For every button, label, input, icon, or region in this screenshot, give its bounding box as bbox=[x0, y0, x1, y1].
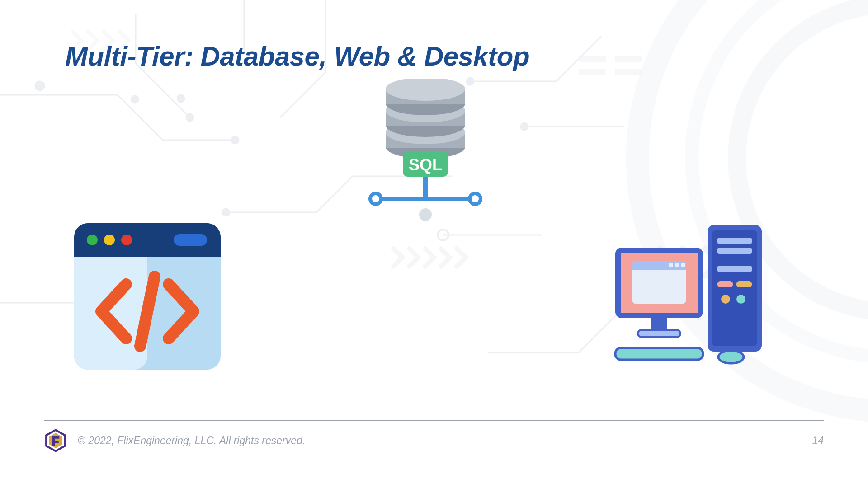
svg-point-19 bbox=[470, 193, 481, 204]
svg-rect-45 bbox=[736, 281, 752, 287]
copyright-text: © 2022, FlixEngineering, LLC. All rights… bbox=[78, 435, 305, 447]
svg-point-46 bbox=[721, 295, 730, 304]
svg-rect-42 bbox=[717, 248, 752, 254]
svg-rect-43 bbox=[717, 266, 752, 272]
svg-point-7 bbox=[222, 209, 230, 216]
svg-rect-38 bbox=[174, 234, 207, 246]
svg-point-47 bbox=[736, 295, 745, 304]
svg-point-35 bbox=[87, 235, 98, 245]
svg-rect-41 bbox=[717, 238, 752, 244]
svg-rect-44 bbox=[717, 281, 733, 287]
svg-rect-56 bbox=[651, 318, 667, 330]
svg-rect-55 bbox=[681, 263, 685, 267]
svg-rect-57 bbox=[638, 330, 680, 337]
database-label: SQL bbox=[409, 155, 442, 174]
svg-point-3 bbox=[231, 136, 239, 144]
svg-point-8 bbox=[438, 230, 448, 240]
svg-rect-52 bbox=[632, 267, 686, 270]
desktop-computer-icon bbox=[613, 225, 766, 365]
database-icon: SQL bbox=[360, 79, 491, 226]
company-logo-icon bbox=[44, 429, 67, 452]
svg-point-14 bbox=[131, 96, 138, 103]
svg-point-15 bbox=[177, 95, 184, 102]
svg-point-18 bbox=[370, 193, 381, 204]
svg-point-4 bbox=[186, 114, 193, 121]
slide-title: Multi-Tier: Database, Web & Desktop bbox=[65, 41, 529, 72]
web-code-icon bbox=[74, 223, 221, 370]
svg-rect-53 bbox=[669, 263, 673, 267]
slide-footer: © 2022, FlixEngineering, LLC. All rights… bbox=[44, 420, 824, 452]
svg-point-37 bbox=[121, 235, 132, 245]
page-number: 14 bbox=[812, 435, 824, 447]
svg-point-6 bbox=[521, 123, 528, 130]
svg-point-36 bbox=[104, 235, 115, 245]
svg-point-20 bbox=[419, 208, 432, 221]
slide: Multi-Tier: Database, Web & Desktop bbox=[0, 0, 868, 488]
svg-rect-54 bbox=[675, 263, 679, 267]
svg-rect-59 bbox=[615, 348, 703, 360]
svg-point-13 bbox=[35, 81, 44, 90]
